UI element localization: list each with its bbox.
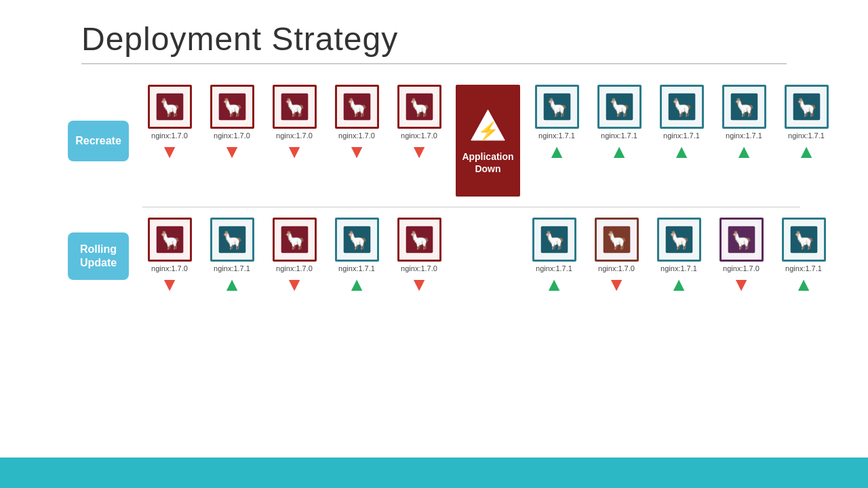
recreate-label: Recreate xyxy=(68,121,129,161)
pod-version: nginx:1.7.1 xyxy=(338,264,375,272)
warning-icon: ⚡ xyxy=(469,106,507,144)
title-section: Deployment Strategy xyxy=(0,0,868,71)
slide-container: Deployment Strategy Recreate 🦙 nginx:1.7… xyxy=(0,0,868,488)
pod-item: 🦙 nginx:1.7.1 ▲ xyxy=(530,85,584,161)
pod-version: nginx:1.7.1 xyxy=(601,131,637,140)
pod-arrow-up: ▲ xyxy=(794,275,813,294)
pod-item: 🦙 nginx:1.7.0 ▼ xyxy=(714,218,768,294)
svg-text:🦙: 🦙 xyxy=(409,230,431,251)
pod-version: nginx:1.7.1 xyxy=(538,131,575,140)
svg-text:🦙: 🦙 xyxy=(731,230,753,251)
pod-icon-old: 🦙 xyxy=(148,85,192,129)
pod-arrow-down: ▼ xyxy=(410,142,429,161)
svg-text:🦙: 🦙 xyxy=(159,97,181,118)
pod-version: nginx:1.7.1 xyxy=(536,264,572,272)
pod-icon-new: 🦙 xyxy=(785,85,829,129)
app-down-text-line1: Application xyxy=(462,150,513,163)
pod-arrow-down: ▼ xyxy=(160,275,179,294)
slide-title: Deployment Strategy xyxy=(81,20,787,58)
content-area: Recreate 🦙 nginx:1.7.0 ▼ 🦙 xyxy=(0,71,868,301)
pod-item: 🦙 nginx:1.7.1 ▲ xyxy=(652,218,706,294)
rolling-label-text: RollingUpdate xyxy=(80,243,117,268)
pod-arrow-down: ▼ xyxy=(285,275,304,294)
pod-version: nginx:1.7.1 xyxy=(214,264,250,272)
pod-version: nginx:1.7.1 xyxy=(726,131,762,140)
svg-text:🦙: 🦙 xyxy=(222,97,243,118)
pod-arrow-up: ▲ xyxy=(547,142,566,161)
pod-item: 🦙 nginx:1.7.0 ▼ xyxy=(589,218,644,294)
pod-icon-mixed: 🦙 xyxy=(595,218,639,262)
pod-icon-new: 🦙 xyxy=(782,218,826,262)
app-down-text-line2: Down xyxy=(475,163,500,175)
svg-text:🦙: 🦙 xyxy=(669,230,690,251)
pod-item: 🦙 nginx:1.7.0 ▼ xyxy=(142,218,197,294)
pod-icon-new: 🦙 xyxy=(722,85,766,129)
recreate-pods-left: 🦙 nginx:1.7.0 ▼ 🦙 nginx:1.7.0 ▼ 🦙 xyxy=(142,85,833,197)
pod-item: 🦙 nginx:1.7.0 ▼ xyxy=(392,218,446,294)
pod-icon-old: 🦙 xyxy=(210,85,254,129)
pod-item: 🦙 nginx:1.7.1 ▲ xyxy=(779,85,833,161)
pod-icon-new: 🦙 xyxy=(657,218,701,262)
pod-version: nginx:1.7.0 xyxy=(276,131,313,140)
pod-version: nginx:1.7.0 xyxy=(276,264,313,272)
recreate-row: Recreate 🦙 nginx:1.7.0 ▼ 🦙 xyxy=(68,78,800,203)
svg-text:🦙: 🦙 xyxy=(734,97,755,118)
footer-bar xyxy=(0,458,868,488)
svg-text:🦙: 🦙 xyxy=(222,230,243,251)
svg-text:🦙: 🦙 xyxy=(606,230,628,251)
row-divider xyxy=(142,207,800,207)
pod-item: 🦙 nginx:1.7.0 ▼ xyxy=(267,218,321,294)
pod-item: 🦙 nginx:1.7.1 ▲ xyxy=(330,218,384,294)
pod-arrow-down: ▼ xyxy=(222,142,241,161)
pod-arrow-down: ▼ xyxy=(607,275,626,294)
svg-text:🦙: 🦙 xyxy=(284,230,306,251)
svg-text:🦙: 🦙 xyxy=(409,97,431,118)
svg-text:🦙: 🦙 xyxy=(159,230,181,251)
pod-version: nginx:1.7.0 xyxy=(401,131,437,140)
pod-version: nginx:1.7.1 xyxy=(660,264,697,272)
pod-version: nginx:1.7.0 xyxy=(338,131,375,140)
pod-item: 🦙 nginx:1.7.0 ▼ xyxy=(330,85,384,161)
pod-icon-old: 🦙 xyxy=(273,85,317,129)
pod-arrow-up: ▲ xyxy=(797,142,816,161)
svg-text:🦙: 🦙 xyxy=(347,97,368,118)
pod-item: 🦙 nginx:1.7.1 ▲ xyxy=(776,218,831,294)
pod-icon-old: 🦙 xyxy=(397,218,441,262)
pod-version: nginx:1.7.1 xyxy=(788,131,825,140)
pod-arrow-down: ▼ xyxy=(410,275,429,294)
pod-arrow-down: ▼ xyxy=(732,275,751,294)
pod-version: nginx:1.7.1 xyxy=(663,131,700,140)
pod-item: 🦙 nginx:1.7.1 ▲ xyxy=(527,218,581,294)
pod-icon-old: 🦙 xyxy=(148,218,192,262)
svg-text:🦙: 🦙 xyxy=(793,230,815,251)
pod-version: nginx:1.7.0 xyxy=(723,264,760,272)
pod-arrow-up: ▲ xyxy=(672,142,691,161)
svg-text:🦙: 🦙 xyxy=(796,97,818,118)
svg-text:🦙: 🦙 xyxy=(347,230,368,251)
pod-arrow-up: ▲ xyxy=(347,275,366,294)
pod-icon-old: 🦙 xyxy=(397,85,441,129)
pod-version: nginx:1.7.0 xyxy=(401,264,437,272)
rolling-label: RollingUpdate xyxy=(68,232,129,280)
pod-version: nginx:1.7.0 xyxy=(151,131,188,140)
pod-item: 🦙 nginx:1.7.1 ▲ xyxy=(717,85,771,161)
pod-version: nginx:1.7.1 xyxy=(785,264,822,272)
pod-icon-new: 🦙 xyxy=(660,85,704,129)
pod-icon-mixed: 🦙 xyxy=(719,218,764,262)
pod-arrow-up: ▲ xyxy=(734,142,753,161)
pod-version: nginx:1.7.0 xyxy=(151,264,188,272)
pod-item: 🦙 nginx:1.7.0 ▼ xyxy=(142,85,197,161)
title-divider xyxy=(81,63,787,64)
rolling-update-row: RollingUpdate 🦙 nginx:1.7.0 ▼ 🦙 ng xyxy=(68,211,800,301)
pod-item: 🦙 nginx:1.7.0 ▼ xyxy=(392,85,446,161)
svg-text:⚡: ⚡ xyxy=(477,121,500,142)
pod-icon-new: 🦙 xyxy=(335,218,379,262)
pod-arrow-down: ▼ xyxy=(285,142,304,161)
pod-icon-new: 🦙 xyxy=(532,218,576,262)
svg-text:🦙: 🦙 xyxy=(609,97,631,118)
svg-text:🦙: 🦙 xyxy=(284,97,306,118)
pod-arrow-down: ▼ xyxy=(160,142,179,161)
pod-version: nginx:1.7.0 xyxy=(214,131,250,140)
svg-text:🦙: 🦙 xyxy=(671,97,693,118)
rolling-pods: 🦙 nginx:1.7.0 ▼ 🦙 nginx:1.7.1 ▲ 🦙 xyxy=(142,218,831,294)
